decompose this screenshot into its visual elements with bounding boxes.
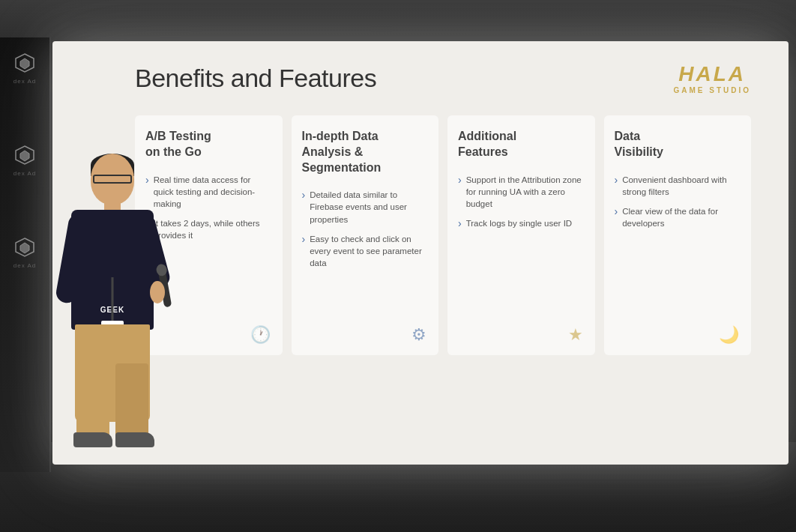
presenter-lanyard	[112, 277, 114, 322]
banner-icon-3	[14, 237, 35, 258]
bullet-icon: ›	[302, 232, 306, 247]
slide-title: Benefits and Features	[135, 64, 751, 93]
card-data-visibility-title: DataVisibility	[615, 129, 741, 160]
presenter-area: GEEK	[56, 154, 169, 468]
presenter-shoe-right	[115, 432, 154, 447]
card-additional-features-title: AdditionalFeatures	[458, 129, 585, 160]
moon-icon: 🌙	[719, 325, 739, 345]
card-data-analysis-item-1: › Detailed data similar to Firebase even…	[302, 189, 429, 225]
clock-icon: 🕐	[250, 325, 271, 345]
card-data-visibility-item-1: › Convenient dashboard with strong filte…	[615, 174, 741, 198]
feature-cards-container: A/B Testingon the Go › Real time data ac…	[135, 115, 751, 355]
banner-text-2: dex Ad	[13, 170, 36, 177]
presenter-figure: GEEK	[56, 154, 169, 468]
banner-text-1: dex Ad	[13, 78, 36, 85]
card-data-visibility-item-2: › Clear view of the data for developers	[615, 205, 741, 229]
gear-icon: ⚙	[411, 325, 426, 345]
banner-icon-2	[14, 145, 35, 166]
banner-logo-3: dex Ad	[13, 237, 36, 269]
bullet-icon: ›	[615, 205, 618, 220]
card-data-analysis-item-2: › Easy to check and click on every event…	[302, 233, 429, 269]
presenter-body: GEEK	[71, 210, 154, 330]
left-banner: dex Ad dex Ad dex Ad	[0, 37, 51, 472]
bullet-icon: ›	[615, 173, 618, 188]
banner-text-3: dex Ad	[13, 262, 36, 269]
presenter-glasses	[93, 175, 132, 184]
card-additional-features-item-1: › Support in the Attribution zone for ru…	[458, 174, 585, 210]
banner-icon-1	[14, 52, 35, 73]
presenter-hand	[150, 281, 165, 303]
banner-logo-1: dex Ad	[13, 52, 36, 85]
presenter-head	[91, 154, 134, 205]
banner-logo-2: dex Ad	[13, 145, 36, 177]
hala-logo: HALA GAME STUDIO	[673, 62, 751, 94]
card-additional-features: AdditionalFeatures › Support in the Attr…	[447, 115, 595, 355]
bullet-icon: ›	[458, 173, 462, 188]
star-icon: ★	[568, 325, 583, 345]
card-additional-features-items: › Support in the Attribution zone for ru…	[458, 174, 585, 232]
card-data-analysis-title: In-depth DataAnalysis &Segmentation	[302, 129, 429, 175]
card-data-visibility: DataVisibility › Convenient dashboard wi…	[604, 115, 752, 355]
hala-logo-subtitle: GAME STUDIO	[673, 86, 751, 94]
card-data-analysis: In-depth DataAnalysis &Segmentation › De…	[292, 115, 439, 355]
bullet-icon: ›	[302, 188, 306, 203]
bullet-icon: ›	[458, 217, 462, 232]
presenter-shoe-left	[73, 432, 112, 447]
card-data-visibility-items: › Convenient dashboard with strong filte…	[615, 174, 741, 229]
card-data-analysis-items: › Detailed data similar to Firebase even…	[302, 189, 429, 269]
presenter-leg-left	[76, 363, 109, 438]
card-additional-features-item-2: › Track logs by single user ID	[458, 217, 585, 232]
hala-logo-name: HALA	[673, 62, 751, 86]
presenter-leg-right	[115, 363, 148, 438]
